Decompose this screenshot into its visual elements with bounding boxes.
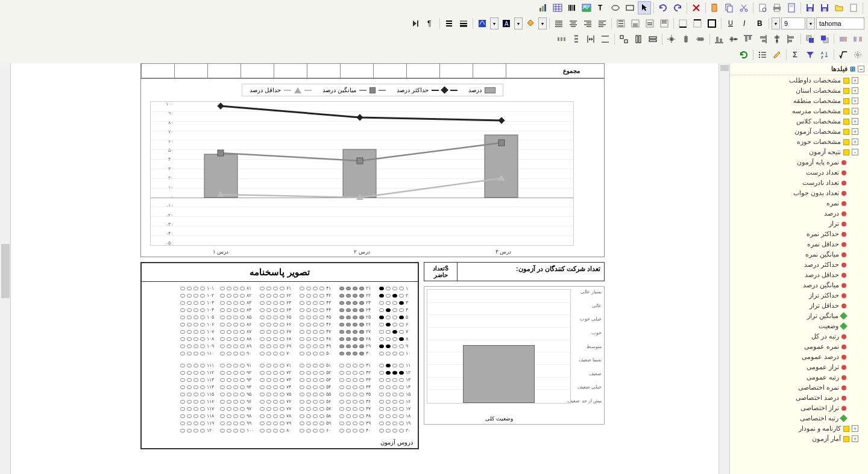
paste-icon[interactable] — [708, 1, 722, 14]
size-dropdown[interactable]: ▾ — [772, 17, 780, 30]
align-obj-left-icon[interactable] — [785, 33, 798, 46]
tree-item[interactable]: حداکثر درصد — [730, 260, 868, 270]
tree-item[interactable]: +مشخصات کلاس — [730, 116, 868, 126]
copy-icon[interactable] — [723, 1, 736, 14]
border-all-icon[interactable] — [705, 17, 719, 30]
tree-item[interactable]: میانگین تراز — [730, 311, 868, 321]
tree-item[interactable]: +مشخصات منطقه — [730, 96, 868, 106]
save-as-icon[interactable] — [804, 1, 817, 14]
new-icon[interactable] — [847, 1, 860, 14]
send-back-icon[interactable] — [804, 33, 817, 46]
design-canvas[interactable]: مجموع حداقل درصد میانگین درصد حداکثر درص… — [11, 63, 719, 474]
center-both-icon[interactable] — [665, 33, 678, 46]
underline-icon[interactable]: U — [724, 17, 737, 30]
tree-item[interactable]: حداکثر تراز — [730, 290, 868, 301]
go-end-icon[interactable] — [409, 17, 423, 30]
align-center-h-icon[interactable] — [567, 17, 580, 30]
scrollbar-right[interactable] — [719, 63, 729, 474]
page-setup-icon[interactable] — [785, 1, 798, 14]
valign-justify-icon[interactable] — [614, 17, 627, 30]
align-obj-middle-icon[interactable] — [727, 33, 740, 46]
tree-item[interactable]: -نتیجه آزمون — [730, 147, 868, 157]
list-icon[interactable] — [756, 48, 769, 61]
tree-item[interactable]: حداقل درصد — [730, 270, 868, 280]
undo-icon[interactable] — [656, 1, 670, 14]
font-size-input[interactable] — [781, 17, 805, 30]
ellipse-icon[interactable] — [609, 1, 622, 14]
tree-item[interactable]: +مشخصات داوطلب — [730, 75, 868, 86]
align-obj-center-icon[interactable] — [770, 33, 784, 46]
scrollbar-left[interactable] — [0, 63, 11, 474]
cut-icon[interactable] — [737, 1, 750, 14]
valign-middle-icon[interactable] — [643, 17, 656, 30]
border-bottom-icon[interactable] — [676, 17, 690, 30]
tree-item[interactable]: نمره — [730, 198, 868, 208]
font-color-dropdown[interactable]: ▾ — [514, 17, 523, 30]
ungroup-icon[interactable] — [851, 33, 864, 46]
tree-item[interactable]: نمره پایه آزمون — [730, 157, 868, 167]
line-weight-icon[interactable] — [457, 17, 470, 30]
barcode-icon[interactable] — [565, 1, 579, 14]
center-h-icon[interactable] — [679, 33, 693, 46]
chart-icon[interactable] — [536, 1, 550, 14]
sort-icon[interactable]: AZ — [818, 48, 831, 61]
delete-icon[interactable] — [690, 1, 703, 14]
tree-item[interactable]: حداقل تراز — [730, 301, 868, 311]
sqrt-icon[interactable] — [837, 48, 850, 61]
italic-icon[interactable]: I — [738, 17, 752, 30]
text-icon[interactable]: T — [594, 1, 608, 14]
tree-item[interactable]: میانگین نمره — [730, 249, 868, 260]
edit-icon[interactable] — [770, 48, 784, 61]
distribute-v-icon[interactable] — [570, 33, 583, 46]
tree-item[interactable]: +مشخصات استان — [730, 86, 868, 96]
line-spacing-icon[interactable] — [442, 17, 456, 30]
tree-item[interactable]: نمره عمومی — [730, 341, 868, 352]
highlight-icon[interactable] — [476, 17, 489, 30]
print-icon[interactable] — [770, 1, 784, 14]
highlight-dropdown[interactable]: ▾ — [490, 17, 498, 30]
rect-icon[interactable] — [623, 1, 637, 14]
border-top-icon[interactable] — [691, 17, 704, 30]
tree-item[interactable]: +کارنامه و نمودار — [730, 423, 868, 434]
tree-item[interactable]: رتبه در کل — [730, 331, 868, 341]
tree-item[interactable]: رتبه اختصاصی — [730, 413, 868, 423]
font-name-input[interactable] — [816, 17, 864, 30]
refresh-icon[interactable] — [737, 48, 750, 61]
tree-item[interactable]: درصد عمومی — [730, 352, 868, 362]
bring-front-icon[interactable] — [818, 33, 831, 46]
print-preview-icon[interactable] — [756, 1, 769, 14]
table-icon[interactable] — [551, 1, 564, 14]
size-height-icon[interactable] — [632, 33, 645, 46]
redo-icon[interactable] — [671, 1, 684, 14]
tree-item[interactable]: تعداد درست — [730, 167, 868, 178]
bold-icon[interactable]: B — [753, 17, 766, 30]
fill-color-dropdown[interactable]: ▾ — [538, 17, 547, 30]
tree-item[interactable]: تراز — [730, 219, 868, 229]
distribute-h-icon[interactable] — [555, 33, 568, 46]
align-obj-top-icon[interactable] — [741, 33, 755, 46]
size-width-icon[interactable] — [646, 33, 659, 46]
tree-item[interactable]: +مشخصات آزمون — [730, 126, 868, 137]
align-justify-icon[interactable] — [552, 17, 565, 30]
save-icon[interactable] — [818, 1, 831, 14]
tree-item[interactable]: تراز اختصاصی — [730, 403, 868, 413]
align-right-icon[interactable] — [581, 17, 594, 30]
align-obj-right-icon[interactable] — [756, 33, 769, 46]
tree-item[interactable]: درصد — [730, 208, 868, 219]
font-color-icon[interactable]: A — [500, 17, 513, 30]
tree-item[interactable]: درصد اختصاصی — [730, 393, 868, 403]
tree-item[interactable]: تعداد نادرست — [730, 178, 868, 188]
tree-item[interactable]: رتبه عمومی — [730, 372, 868, 382]
tree-item[interactable]: تراز عمومی — [730, 362, 868, 372]
pilcrow-icon[interactable]: ¶ — [424, 17, 437, 30]
size-both-icon[interactable] — [617, 33, 631, 46]
center-v-icon[interactable] — [694, 33, 707, 46]
valign-bottom-icon[interactable] — [629, 17, 642, 30]
settings-icon[interactable] — [851, 48, 864, 61]
fill-color-icon[interactable] — [524, 17, 537, 30]
spacing-v-icon[interactable] — [599, 33, 612, 46]
align-left-icon[interactable] — [596, 17, 609, 30]
tree-item[interactable]: +آمار آزمون — [730, 434, 868, 444]
tree-item[interactable]: نمره اختصاصی — [730, 382, 868, 393]
open-icon[interactable] — [832, 1, 846, 14]
